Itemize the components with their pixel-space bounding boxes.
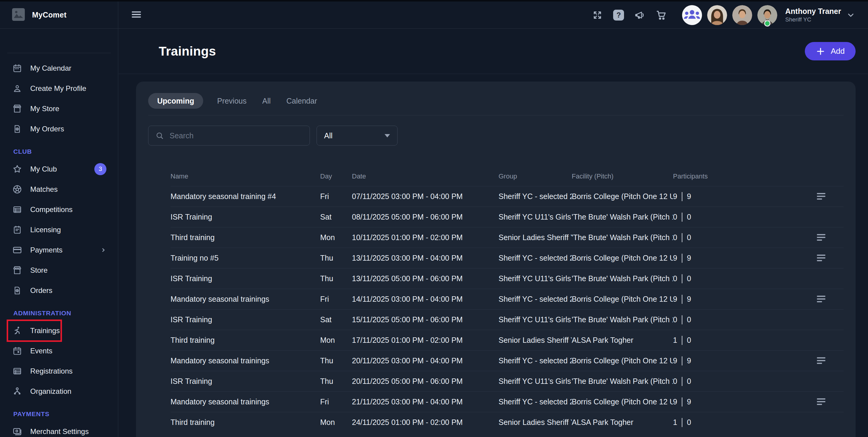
participants-count-2: 9 — [687, 254, 691, 263]
cell-date: 24/11/2025 01:00 PM - 02:00 PM — [352, 418, 499, 427]
cell-day: Thu — [320, 356, 352, 365]
table-row[interactable]: Training no #5Thu13/11/2025 03:00 PM - 0… — [170, 248, 843, 268]
cell-actions — [816, 398, 843, 406]
attendance-lines-icon — [816, 233, 826, 242]
cell-facility: 'The Brute' Walsh Park (Pitch 1 na Brute… — [572, 213, 673, 222]
sidebar-item-events[interactable]: Events — [0, 341, 118, 361]
sidebar-item-create-my-profile[interactable]: Create My Profile — [0, 78, 118, 98]
main-content: Trainings Add UpcomingPreviousAllCalenda… — [119, 29, 868, 437]
attendance-button[interactable] — [816, 398, 826, 406]
org-chart-icon — [12, 386, 22, 397]
cell-actions — [816, 357, 843, 365]
team-switcher-avatar[interactable] — [682, 5, 702, 25]
search-box[interactable] — [148, 126, 310, 145]
cell-participants: 00 — [673, 315, 816, 324]
sidebar-item-competitions[interactable]: Competitions — [0, 199, 118, 220]
tab-previous[interactable]: Previous — [215, 93, 248, 109]
cart-button[interactable] — [655, 9, 667, 21]
fullscreen-button[interactable] — [592, 10, 603, 21]
receipt-icon — [12, 124, 22, 134]
attendance-lines-icon — [816, 357, 826, 365]
table-row[interactable]: Third trainingMon10/11/2025 01:00 PM - 0… — [170, 227, 843, 248]
add-button[interactable]: Add — [805, 42, 856, 60]
cell-date: 21/11/2025 03:00 PM - 04:00 PM — [352, 397, 499, 406]
cell-date: 13/11/2025 05:00 PM - 06:00 PM — [352, 274, 499, 283]
help-button[interactable]: ? — [613, 10, 624, 21]
tab-upcoming[interactable]: Upcoming — [148, 93, 203, 109]
cell-facility: Borris College (Pitch One 12 Upper Malon… — [572, 254, 673, 263]
participants-count-2: 0 — [687, 213, 691, 222]
table-row[interactable]: Mandatory seasonal training #4Fri07/11/2… — [170, 186, 843, 207]
sidebar-item-payments[interactable]: Payments — [0, 240, 118, 260]
participants-separator — [682, 315, 682, 324]
table-row[interactable]: ISR TrainingSat15/11/2025 05:00 PM - 06:… — [170, 309, 843, 330]
announcements-button[interactable] — [634, 10, 645, 21]
sidebar-item-my-club[interactable]: My Club3 — [0, 159, 118, 179]
tab-all[interactable]: All — [260, 93, 272, 109]
sidebar-item-label: Licensing — [30, 226, 61, 234]
cell-participants: 99 — [673, 397, 816, 406]
table-row[interactable]: Third trainingMon17/11/2025 01:00 PM - 0… — [170, 330, 843, 350]
cell-group: Senior Ladies Sheriff YC — [499, 336, 572, 345]
sidebar-item-my-orders[interactable]: My Orders — [0, 119, 118, 139]
participants-count-2: 0 — [687, 233, 691, 242]
sidebar: My CalendarCreate My ProfileMy StoreMy O… — [0, 29, 118, 437]
attendance-button[interactable] — [816, 295, 826, 303]
table-row[interactable]: Mandatory seasonal trainingsFri21/11/202… — [170, 392, 843, 412]
table-row[interactable]: Mandatory seasonal trainingsThu20/11/202… — [170, 350, 843, 371]
table-row[interactable]: Mandatory seasonal trainingsFri14/11/202… — [170, 289, 843, 309]
cell-group: Sheriff YC U11's Girls DDSL — [499, 274, 572, 283]
participants-separator — [682, 295, 682, 304]
cell-day: Mon — [320, 336, 352, 345]
sidebar-item-my-calendar[interactable]: My Calendar — [0, 58, 118, 78]
cell-name: Mandatory seasonal trainings — [170, 356, 320, 365]
attendance-button[interactable] — [816, 192, 826, 201]
cell-day: Mon — [320, 233, 352, 242]
storefront-icon — [12, 104, 22, 113]
cell-group: Sheriff YC U11's Girls DDSL — [499, 213, 572, 222]
cell-facility: 'The Brute' Walsh Park (Pitch 1 na Brute… — [572, 377, 673, 386]
cell-name: Mandatory seasonal trainings — [170, 295, 320, 304]
attendance-button[interactable] — [816, 254, 826, 262]
header-cell-name: Name — [170, 172, 320, 180]
attendance-button[interactable] — [816, 233, 826, 242]
cell-name: Third training — [170, 233, 320, 242]
sidebar-item-label: Create My Profile — [30, 84, 86, 93]
participants-count-2: 9 — [687, 397, 691, 406]
star-icon — [12, 164, 22, 174]
user-menu[interactable]: Anthony Traner Sheriff YC — [785, 7, 856, 23]
table-row[interactable]: ISR TrainingSat08/11/2025 05:00 PM - 06:… — [170, 207, 843, 227]
attendance-button[interactable] — [816, 357, 826, 365]
sidebar-section-label: ADMINISTRATION — [0, 301, 118, 321]
cell-group: Sheriff YC - selected 2025 — [499, 254, 572, 263]
user-photo-avatar-2[interactable] — [732, 5, 752, 25]
menu-toggle-button[interactable] — [130, 8, 143, 22]
table-row[interactable]: ISR TrainingThu13/11/2025 05:00 PM - 06:… — [170, 268, 843, 289]
sidebar-item-orders[interactable]: Orders — [0, 280, 118, 301]
tab-calendar[interactable]: Calendar — [284, 93, 319, 109]
sidebar-section-label: CLUB — [0, 139, 118, 159]
table-row[interactable]: ISR TrainingThu20/11/2025 05:00 PM - 06:… — [170, 371, 843, 392]
sidebar-item-matches[interactable]: Matches — [0, 179, 118, 199]
sidebar-item-trainings[interactable]: Trainings — [0, 321, 118, 341]
sidebar-item-label: Orders — [30, 286, 52, 295]
participants-count-2: 9 — [687, 192, 691, 201]
table-row[interactable]: Third trainingMon24/11/2025 01:00 PM - 0… — [170, 412, 843, 433]
sidebar-item-registrations[interactable]: Registrations — [0, 361, 118, 381]
participants-count-1: 9 — [673, 397, 677, 406]
sidebar-item-my-store[interactable]: My Store — [0, 98, 118, 119]
sidebar-item-label: My Club — [30, 165, 57, 173]
search-input[interactable] — [169, 131, 303, 140]
cell-date: 17/11/2025 01:00 PM - 02:00 PM — [352, 336, 499, 345]
cell-facility: Borris College (Pitch One 12 Upper Malon… — [572, 192, 673, 201]
user-photo-avatar-1[interactable] — [707, 5, 727, 25]
sidebar-item-store[interactable]: Store — [0, 260, 118, 280]
user-name: Anthony Traner — [785, 7, 841, 16]
sidebar-item-label: My Calendar — [30, 64, 71, 72]
sidebar-item-licensing[interactable]: Licensing — [0, 220, 118, 240]
group-filter-select[interactable]: All — [316, 126, 398, 145]
user-photo-avatar-3[interactable] — [757, 5, 777, 25]
sidebar-item-merchant-settings[interactable]: Merchant Settings — [0, 421, 118, 437]
sidebar-item-organization[interactable]: Organization — [0, 381, 118, 401]
brand[interactable]: MyComet — [0, 1, 118, 28]
